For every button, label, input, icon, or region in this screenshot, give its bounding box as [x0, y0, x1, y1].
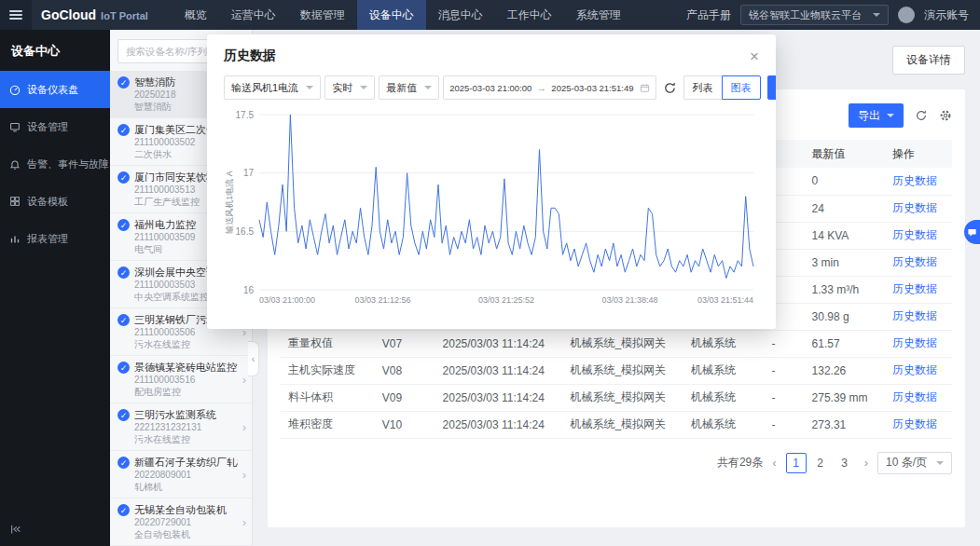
y-tick-label: 17 — [243, 168, 255, 178]
cell-gateway: 机械系统_模拟网关 — [562, 330, 683, 357]
chat-icon — [967, 227, 977, 238]
device-list-item[interactable]: ✓无锡某全自动包装机20220729001全自动包装机› — [110, 498, 252, 546]
cell-latest: 30.98 g — [805, 303, 885, 330]
device-name: 景德镇某瓷砖电站监控 — [134, 361, 238, 374]
device-list-item[interactable]: ✓三明污水监测系统2221231232131污水在线监控› — [110, 403, 252, 451]
history-data-link[interactable]: 历史数据 — [892, 390, 937, 403]
top-nav-item[interactable]: 系统管理 — [564, 0, 633, 30]
sidebar-item[interactable]: 设备模板 — [0, 183, 110, 220]
cell-latest: 61.57 — [805, 330, 885, 357]
check-circle-icon: ✓ — [117, 219, 130, 231]
platform-select[interactable]: 锐谷智联工业物联云平台 — [740, 5, 889, 25]
sidebar-item-label: 告警、事件与故障 — [27, 157, 109, 171]
device-name: 新疆石河子某纺织厂轧棉机 — [134, 456, 238, 469]
history-data-link[interactable]: 历史数据 — [892, 282, 937, 295]
mode-select[interactable]: 实时 — [324, 75, 375, 100]
cell-unit: - — [764, 411, 804, 438]
page-number-button[interactable]: 2 — [810, 453, 831, 473]
sidebar-item-label: 设备模板 — [27, 195, 68, 209]
total-count: 共有29条 — [717, 455, 763, 471]
aggregate-select[interactable]: 最新值 — [379, 75, 439, 100]
cell-time: 2025/03/03 11:14:24 — [435, 384, 563, 411]
top-nav-item[interactable]: 概览 — [173, 0, 219, 30]
account-name[interactable]: 演示账号 — [924, 7, 969, 23]
device-list-item[interactable]: ✓景德镇某瓷砖电站监控211100003516配电房监控› — [110, 356, 252, 403]
avatar[interactable] — [898, 7, 915, 23]
menu-toggle[interactable] — [0, 0, 32, 30]
product-manual-link[interactable]: 产品手册 — [686, 7, 731, 23]
chevron-down-icon — [873, 13, 880, 17]
device-texts: 新疆石河子某纺织厂轧棉机20220809001轧棉机 — [134, 456, 238, 493]
view-toggle: 列表 图表 — [683, 75, 761, 100]
cell-latest: 275.39 mm — [805, 384, 885, 411]
page-number-button[interactable]: 3 — [835, 453, 855, 473]
refresh-icon[interactable] — [915, 109, 928, 122]
cell-system: 机械系统 — [683, 411, 764, 438]
page-number-button[interactable]: 1 — [786, 453, 807, 473]
history-data-link[interactable]: 历史数据 — [892, 336, 937, 349]
table-row: 重量权值V072025/03/03 11:14:24机械系统_模拟网关机械系统-… — [281, 330, 952, 357]
top-nav-item[interactable]: 运营中心 — [219, 0, 288, 30]
chevron-right-icon: › — [242, 373, 246, 387]
top-nav-item[interactable]: 设备中心 — [357, 0, 426, 30]
history-data-link[interactable]: 历史数据 — [892, 363, 937, 376]
close-icon[interactable]: × — [750, 48, 759, 64]
export-button[interactable]: 导出 — [849, 103, 904, 128]
date-range-picker[interactable]: 2025-03-03 21:00:00 → 2025-03-03 21:51:4… — [443, 75, 656, 100]
chevron-right-icon: › — [242, 420, 246, 434]
logo: GoCloud IoT Portal — [41, 7, 148, 22]
prev-page-button[interactable]: ‹ — [770, 456, 778, 470]
top-nav-item[interactable]: 数据管理 — [288, 0, 357, 30]
history-data-link[interactable]: 历史数据 — [892, 417, 937, 430]
device-tag: 全自动包装机 — [134, 529, 238, 540]
dashboard-icon — [8, 83, 21, 96]
cell-code: V08 — [375, 357, 435, 384]
point-select[interactable]: 输送风机1电流 — [224, 75, 321, 100]
device-detail-button[interactable]: 设备详情 — [892, 46, 965, 75]
top-nav-item[interactable]: 工作中心 — [495, 0, 564, 30]
next-page-button[interactable]: › — [863, 456, 870, 470]
history-data-link[interactable]: 历史数据 — [892, 228, 937, 241]
device-name: 三明污水监测系统 — [134, 408, 238, 421]
sidebar-item[interactable]: 告警、事件与故障 — [0, 145, 110, 183]
device-tag: 污水在线监控 — [134, 339, 238, 350]
table-row: 料斗体积V092025/03/03 11:14:24机械系统_模拟网关机械系统-… — [281, 384, 952, 411]
history-data-link[interactable]: 历史数据 — [892, 201, 937, 214]
table-row: 堆积密度V102025/03/03 11:14:24机械系统_模拟网关机械系统-… — [281, 411, 952, 438]
device-serial: 20220729001 — [134, 517, 238, 528]
refresh-icon[interactable] — [663, 81, 677, 95]
sidebar-item[interactable]: 设备仪表盘 — [0, 71, 110, 108]
cell-time: 2025/03/03 11:14:24 — [435, 357, 563, 384]
history-data-link[interactable]: 历史数据 — [892, 255, 937, 268]
date-start: 2025-03-03 21:00:00 — [449, 83, 531, 93]
settings-icon[interactable] — [939, 109, 952, 122]
chart-view-button[interactable]: 图表 — [722, 75, 761, 100]
history-data-link[interactable]: 历史数据 — [892, 309, 937, 322]
page-size-select[interactable]: 10 条/页 — [877, 452, 952, 474]
mode-select-value: 实时 — [332, 81, 352, 95]
collapse-menu-icon[interactable] — [9, 523, 22, 539]
pagination: 共有29条 ‹ 123 › 10 条/页 — [281, 452, 952, 474]
x-tick-label: 03/03 21:38:48 — [601, 295, 657, 305]
cell-time: 2025/03/03 11:14:24 — [435, 411, 563, 438]
history-data-link[interactable]: 历史数据 — [892, 174, 937, 187]
top-nav-item[interactable]: 消息中心 — [426, 0, 495, 30]
sidebar-title: 设备中心 — [0, 30, 110, 71]
x-tick-label: 03/03 21:00:00 — [259, 295, 315, 305]
device-serial: 211100003516 — [134, 375, 238, 386]
list-view-button[interactable]: 列表 — [683, 75, 722, 100]
arrow-right-icon: → — [536, 82, 546, 93]
date-end: 2025-03-03 21:51:49 — [551, 83, 633, 93]
sidebar-item-label: 报表管理 — [27, 232, 68, 246]
cell-system: 机械系统 — [683, 357, 764, 384]
sidebar-item[interactable]: 报表管理 — [0, 220, 110, 257]
sidebar-item-label: 设备仪表盘 — [27, 83, 78, 97]
chevron-right-icon: › — [242, 515, 246, 529]
cell-name: 堆积密度 — [281, 411, 375, 438]
device-list-item[interactable]: ✓新疆石河子某纺织厂轧棉机20220809001轧棉机› — [110, 451, 252, 498]
collapse-panel-handle[interactable]: ‹ — [248, 341, 259, 376]
cell-name: 料斗体积 — [281, 384, 375, 411]
chevron-down-icon — [306, 86, 313, 89]
sidebar-item[interactable]: 设备管理 — [0, 108, 110, 145]
modal-export-button[interactable]: 导出 — [767, 75, 776, 100]
